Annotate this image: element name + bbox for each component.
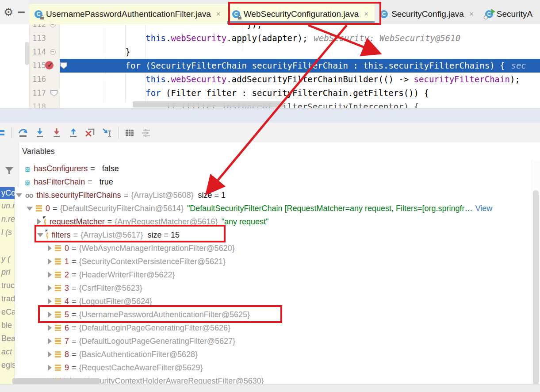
frame-row[interactable]: l (s <box>0 226 15 239</box>
force-step-into-icon[interactable] <box>51 127 62 138</box>
tab-label: SecurityA <box>497 9 532 19</box>
frame-row[interactable]: n.re <box>0 212 15 226</box>
collapse-arrow-icon[interactable] <box>27 207 33 211</box>
hide-panel-icon[interactable] <box>18 12 25 13</box>
view-link[interactable]: View <box>475 204 493 213</box>
expand-arrow-icon[interactable] <box>48 245 52 251</box>
editor-hscrollbar-thumb[interactable] <box>133 101 284 108</box>
expand-arrow-icon[interactable] <box>37 219 41 225</box>
step-out-icon[interactable] <box>68 127 79 138</box>
frames-hscrollbar-thumb[interactable] <box>12 378 100 384</box>
variable-name: requestMatcher <box>50 217 105 227</box>
frame-row[interactable]: truc <box>0 279 15 292</box>
frame-row[interactable]: y ( <box>0 252 15 265</box>
fold-end-marker-icon[interactable] <box>50 90 57 96</box>
panel-bottom-strip <box>0 384 540 392</box>
variable-name: 2 <box>65 270 69 280</box>
evaluate-grid-icon[interactable] <box>124 127 135 138</box>
frame-row[interactable]: trad <box>0 292 15 305</box>
frame-row[interactable]: pri <box>0 265 15 279</box>
variable-name: 1 <box>65 257 69 266</box>
object-reference: {LogoutFilter@5624} <box>79 297 152 306</box>
gear-icon[interactable]: ⚙ <box>4 7 13 18</box>
layout-settings-icon[interactable] <box>141 127 152 138</box>
variable-row-1[interactable]: 1={SecurityContextPersistenceFilter@5621… <box>0 255 531 268</box>
expand-arrow-icon[interactable] <box>48 338 52 344</box>
variable-row-5[interactable]: 5={UsernamePasswordAuthenticationFilter@… <box>0 308 531 321</box>
tab-usernamepasswordauthenticationfilter-java[interactable]: CUsernamePasswordAuthenticationFilter.ja… <box>29 4 227 24</box>
variable-row-7[interactable]: 7={DefaultLogoutPageGeneratingFilter@562… <box>0 334 531 348</box>
tab-websecurityconfiguration-java[interactable]: CWebSecurityConfiguration.java× <box>227 4 375 24</box>
code-line-114: 114} <box>0 45 540 59</box>
close-tab-icon[interactable]: × <box>364 10 368 19</box>
tab-label: SecurityConfig.java <box>391 9 464 19</box>
frame-row[interactable]: ble <box>0 319 15 332</box>
expand-arrow-icon[interactable] <box>48 285 52 291</box>
frame-row[interactable]: egis <box>0 358 15 372</box>
frame-row[interactable] <box>0 239 15 252</box>
step-over-icon[interactable] <box>17 127 29 138</box>
variable-row-this.securityFilterChains[interactable]: oothis.securityFilterChains={ArrayList@5… <box>0 188 531 202</box>
variable-row-4[interactable]: 4={LogoutFilter@5624} <box>0 295 531 308</box>
left-scrollbar-thumb[interactable] <box>25 42 29 65</box>
tab-securityconfig-java[interactable]: CSecurityConfig.java× <box>375 4 480 24</box>
variable-name: 5 <box>65 310 69 319</box>
lock-icon <box>40 17 44 19</box>
equals-sign: = <box>72 297 77 306</box>
run-to-cursor-icon[interactable] <box>101 127 113 138</box>
clock-icon <box>484 15 488 19</box>
variable-row-9[interactable]: 9={RequestCacheAwareFilter@5629} <box>0 361 531 374</box>
code-segments: for (Filter filter : securityFilterChain… <box>60 86 429 100</box>
variable-row-8[interactable]: 8={BasicAuthenticationFilter@5628} <box>0 348 531 361</box>
fold-marker-icon[interactable] <box>50 24 56 27</box>
toolbar-separator <box>118 127 119 138</box>
array-element-icon <box>55 272 61 278</box>
filter-funnel-icon[interactable] <box>4 166 14 175</box>
breakpoint-icon[interactable] <box>45 61 54 69</box>
run-arrow-icon <box>491 9 495 14</box>
collapse-arrow-icon[interactable] <box>37 233 43 237</box>
variable-row-2[interactable]: 2={HeaderWriterFilter@5622} <box>0 268 531 281</box>
code-token: . <box>166 74 171 84</box>
code-token: (SecurityFilterChain securityFilterChain… <box>141 61 363 70</box>
expand-arrow-icon[interactable] <box>48 298 52 304</box>
code-token: }); <box>247 24 262 29</box>
show-execution-point-icon[interactable] <box>0 127 6 138</box>
object-reference: {AnyRequestMatcher@5616} <box>115 217 218 227</box>
expand-arrow-icon[interactable] <box>48 272 52 278</box>
variable-row-6[interactable]: 6={DefaultLoginPageGeneratingFilter@5626… <box>0 321 531 334</box>
expand-arrow-icon[interactable] <box>48 351 52 357</box>
variable-row-0[interactable]: 0={DefaultSecurityFilterChain@5614}"Defa… <box>0 202 531 215</box>
frame-row[interactable]: eCa <box>0 305 15 319</box>
ide-window: ⚙ CUsernamePasswordAuthenticationFilter.… <box>0 0 540 392</box>
frame-row[interactable]: yCo <box>0 187 15 199</box>
close-tab-icon[interactable]: × <box>216 10 221 19</box>
variable-name: 9 <box>65 363 69 373</box>
variable-name: 0 <box>46 204 50 213</box>
frame-row[interactable]: act <box>0 345 15 358</box>
expand-arrow-icon[interactable] <box>48 311 52 318</box>
tab-securitya[interactable]: CSecurityA <box>480 4 539 24</box>
code-line-115: 115for (SecurityFilterChain securityFilt… <box>0 59 540 73</box>
variable-row-hasFilterChain[interactable]: 01hasFilterChain=true <box>0 175 531 188</box>
expand-arrow-icon[interactable] <box>48 365 52 371</box>
object-reference: {UsernamePasswordAuthenticationFilter@56… <box>79 310 250 319</box>
fold-marker-icon[interactable] <box>50 49 56 55</box>
variable-row-hasConfigurers[interactable]: 01hasConfigurers=false <box>0 162 531 175</box>
variable-row-0[interactable]: 0={WebAsyncManagerIntegrationFilter@5620… <box>0 242 531 255</box>
variable-row-requestMatcher[interactable]: frequestMatcher={AnyRequestMatcher@5616}… <box>0 215 531 228</box>
frame-row[interactable]: un.r <box>0 199 15 212</box>
close-tab-icon[interactable]: × <box>469 10 474 19</box>
code-segments: this.webSecurity.addSecurityFilterChainB… <box>60 73 520 86</box>
frames-toolbar <box>0 142 19 187</box>
expand-arrow-icon[interactable] <box>48 258 52 265</box>
frame-row[interactable]: Bea <box>0 332 15 345</box>
variables-scrollbar-thumb[interactable] <box>533 190 539 384</box>
step-into-icon[interactable] <box>34 127 46 138</box>
variable-name: hasFilterChain <box>34 177 85 187</box>
expand-arrow-icon[interactable] <box>48 325 52 331</box>
variable-row-filters[interactable]: ffilters={ArrayList@5617}size = 15 <box>0 228 531 242</box>
drop-frame-icon[interactable] <box>84 127 96 138</box>
code-text: }); <box>60 24 540 31</box>
variable-row-3[interactable]: 3={CsrfFilter@5623} <box>0 281 531 295</box>
